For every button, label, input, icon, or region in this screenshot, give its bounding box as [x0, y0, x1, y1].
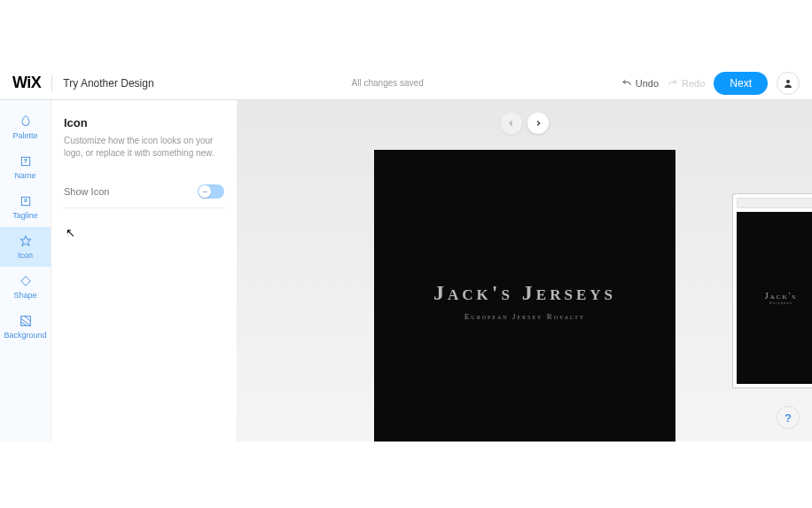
prev-design-button [501, 113, 522, 134]
redo-button: Redo [668, 78, 705, 89]
sidebar-rail: Palette Name Tagline Icon Shape Backgrou… [0, 100, 51, 442]
preview-nav [501, 113, 549, 134]
show-icon-row: Show Icon [64, 176, 224, 208]
shape-icon [19, 274, 33, 288]
palette-icon [19, 114, 33, 129]
top-bar: WiX Try Another Design All changes saved… [0, 66, 812, 100]
tagline-icon [19, 194, 33, 208]
rail-name[interactable]: Name [0, 147, 51, 187]
logo-name: Jack's Jerseys [433, 281, 616, 305]
undo-button[interactable]: Undo [621, 78, 659, 89]
laptop-logo-tag: European [769, 301, 792, 305]
wix-logo: WiX [12, 74, 41, 92]
top-actions: Undo Redo Next [621, 72, 800, 95]
name-icon [19, 154, 33, 168]
rail-shape[interactable]: Shape [0, 267, 51, 307]
help-button[interactable]: ? [777, 406, 800, 429]
undo-icon [621, 78, 632, 89]
laptop-mockup: Jack's European [732, 193, 812, 388]
laptop-url-bar [737, 198, 812, 208]
rail-icon[interactable]: Icon [0, 227, 51, 267]
panel-title: Icon [64, 116, 224, 129]
show-icon-toggle[interactable] [198, 184, 224, 199]
next-design-button[interactable] [527, 113, 549, 134]
laptop-screen: Jack's European [732, 193, 812, 388]
chevron-right-icon [535, 120, 542, 127]
rail-background[interactable]: Background [0, 307, 51, 347]
try-another-link[interactable]: Try Another Design [63, 77, 153, 90]
redo-icon [668, 78, 678, 89]
rail-tagline[interactable]: Tagline [0, 187, 51, 227]
logo-preview-card[interactable]: Jack's Jerseys European Jersey Royalty [374, 150, 675, 442]
background-icon [19, 314, 33, 328]
svg-point-0 [786, 80, 790, 83]
logo-tagline: European Jersey Royalty [465, 312, 585, 321]
user-icon [783, 78, 793, 89]
show-icon-label: Show Icon [64, 186, 109, 197]
toggle-knob [199, 185, 211, 198]
rail-palette[interactable]: Palette [0, 107, 51, 147]
chevron-left-icon [508, 120, 515, 127]
next-button[interactable]: Next [714, 72, 768, 95]
panel-description: Customize how the icon looks on your log… [64, 135, 224, 160]
account-button[interactable] [777, 72, 800, 95]
preview-canvas: Jack's Jerseys European Jersey Royalty J… [238, 100, 812, 442]
side-panel: Icon Customize how the icon looks on you… [51, 100, 238, 442]
laptop-content: Jack's European [737, 212, 812, 384]
laptop-logo-name: Jack's [765, 291, 797, 301]
star-icon [19, 234, 33, 248]
divider [51, 75, 52, 91]
main: Palette Name Tagline Icon Shape Backgrou… [0, 100, 812, 442]
cursor-icon: ↖ [66, 226, 75, 239]
save-status: All changes saved [154, 78, 621, 88]
